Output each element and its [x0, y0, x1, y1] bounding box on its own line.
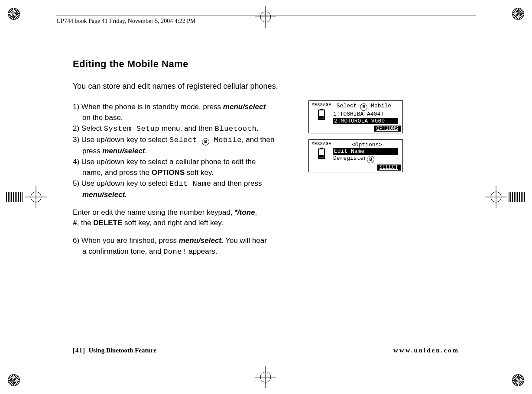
- page-footer: [41] Using Bluetooth Feature www.uniden.…: [73, 344, 459, 354]
- step-5: 5) Use up/down key to select Edit Name a…: [73, 179, 315, 189]
- crosshair-icon: [6, 186, 47, 208]
- lcd-line: DeregisterB: [333, 155, 401, 163]
- message-label: MESSAGE: [311, 142, 332, 147]
- message-label: MESSAGE: [311, 103, 332, 108]
- step-3-cont: press menu/select.: [73, 146, 315, 156]
- lcd-screens: MESSAGE Select B Mobile 1:TOSHIBA A404T …: [308, 100, 404, 178]
- intro-paragraph: You can store and edit names of register…: [73, 82, 398, 91]
- step-2: 2) Select System Setup menu, and then Bl…: [73, 124, 315, 134]
- svg-point-3: [260, 372, 271, 382]
- svg-rect-14: [319, 116, 324, 119]
- running-head: UP744.book Page 41 Friday, November 5, 2…: [56, 16, 476, 25]
- step-4: 4) Use up/down key to select a cellular …: [73, 157, 315, 167]
- footer-section: Using Bluetooth Feature: [89, 347, 156, 354]
- svg-rect-17: [319, 155, 324, 158]
- footer-left: [41] Using Bluetooth Feature: [73, 347, 156, 354]
- bluetooth-b-icon: B: [202, 138, 209, 145]
- step-4-cont: name, and press the OPTIONS soft key.: [73, 168, 315, 178]
- crosshair-icon: [255, 366, 276, 388]
- battery-icon: [311, 109, 332, 120]
- page: UP744.book Page 41 Friday, November 5, 2…: [0, 0, 532, 394]
- lcd-line: 1:TOSHIBA A404T: [333, 111, 401, 118]
- footer-url: www.uniden.com: [393, 347, 459, 354]
- step-6: 6) When you are finished, press menu/sel…: [73, 236, 315, 246]
- step-5-cont: menu/select.: [73, 190, 315, 200]
- lcd-line: <Options>: [333, 142, 401, 149]
- softkey-row: OPTIONS: [311, 125, 401, 132]
- lcd-screen-options: MESSAGE <Options> Edit Name DeregisterB …: [308, 139, 403, 172]
- step-1-cont: on the base.: [73, 113, 315, 123]
- svg-point-9: [491, 192, 501, 202]
- lcd-screen-select-mobile: MESSAGE Select B Mobile 1:TOSHIBA A404T …: [308, 100, 403, 133]
- svg-point-6: [31, 192, 41, 202]
- softkey-row: SELECT: [311, 164, 401, 171]
- step-6-cont: a confirmation tone, and Done! appears.: [73, 247, 315, 257]
- lcd-line: Select B Mobile: [333, 103, 401, 111]
- registration-mark-icon: [8, 8, 20, 20]
- bluetooth-b-icon: B: [360, 103, 367, 111]
- runhead-text: UP744.book Page 41 Friday, November 5, 2…: [56, 18, 195, 24]
- registration-mark-icon: [8, 374, 20, 386]
- lcd-line-selected: 2:MOTOROLA V600: [333, 118, 398, 125]
- vertical-rule: [417, 56, 417, 333]
- battery-icon: [311, 148, 332, 159]
- softkey-options: OPTIONS: [374, 126, 401, 132]
- section-title: Editing the Mobile Name: [73, 58, 398, 70]
- step-1: 1) When the phone is in standby mode, pr…: [73, 102, 315, 112]
- page-number: [41]: [73, 347, 85, 354]
- mid-para-2: #, the DELETE soft key, and right and le…: [73, 218, 315, 228]
- crosshair-icon: [485, 186, 526, 208]
- registration-mark-icon: [512, 374, 524, 386]
- lcd-line-selected: Edit Name: [333, 148, 398, 155]
- softkey-select: SELECT: [377, 165, 401, 171]
- steps: 1) When the phone is in standby mode, pr…: [73, 102, 315, 257]
- mid-para-1: Enter or edit the name using the number …: [73, 208, 315, 218]
- bluetooth-b-icon: B: [367, 156, 374, 163]
- registration-mark-icon: [512, 8, 524, 20]
- step-3: 3) Use up/down key to select Select B Mo…: [73, 135, 315, 145]
